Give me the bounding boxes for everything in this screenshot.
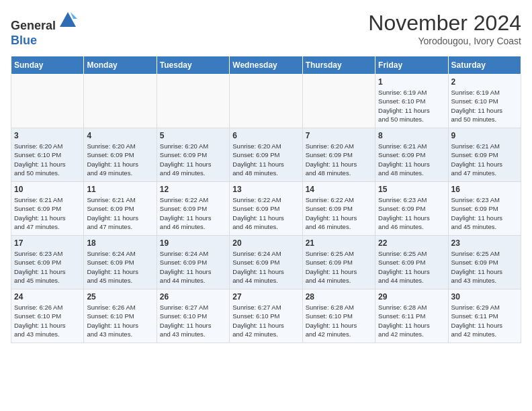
calendar-cell: 24Sunrise: 6:26 AM Sunset: 6:10 PM Dayli… <box>11 289 84 343</box>
logo-blue: Blue <box>11 34 37 47</box>
calendar-header-row: SundayMondayTuesdayWednesdayThursdayFrid… <box>11 56 521 75</box>
calendar-week-row: 1Sunrise: 6:19 AM Sunset: 6:10 PM Daylig… <box>11 75 521 128</box>
cell-info: Sunrise: 6:22 AM Sunset: 6:09 PM Dayligh… <box>160 195 226 231</box>
cell-info: Sunrise: 6:29 AM Sunset: 6:11 PM Dayligh… <box>451 303 518 338</box>
cell-info: Sunrise: 6:21 AM Sunset: 6:09 PM Dayligh… <box>14 195 81 231</box>
cell-info: Sunrise: 6:26 AM Sunset: 6:10 PM Dayligh… <box>87 303 153 338</box>
calendar-cell: 21Sunrise: 6:25 AM Sunset: 6:09 PM Dayli… <box>302 236 375 289</box>
day-number: 9 <box>451 131 518 140</box>
day-number: 10 <box>14 185 81 194</box>
logo-icon <box>58 11 77 30</box>
calendar-cell: 18Sunrise: 6:24 AM Sunset: 6:09 PM Dayli… <box>84 236 157 289</box>
day-number: 13 <box>232 185 299 194</box>
day-number: 25 <box>87 292 153 302</box>
page-header: General Blue November 2024 Yorodougou, I… <box>11 11 521 48</box>
logo-general: General <box>11 19 56 32</box>
cell-info: Sunrise: 6:20 AM Sunset: 6:10 PM Dayligh… <box>14 142 81 177</box>
day-number: 8 <box>378 131 445 140</box>
cell-info: Sunrise: 6:21 AM Sunset: 6:09 PM Dayligh… <box>87 195 153 231</box>
cell-info: Sunrise: 6:21 AM Sunset: 6:09 PM Dayligh… <box>451 142 518 177</box>
cell-info: Sunrise: 6:23 AM Sunset: 6:09 PM Dayligh… <box>14 249 81 285</box>
day-number: 30 <box>451 292 518 302</box>
cell-info: Sunrise: 6:23 AM Sunset: 6:09 PM Dayligh… <box>378 195 445 231</box>
location-subtitle: Yorodougou, Ivory Coast <box>368 36 521 46</box>
day-number: 3 <box>14 131 81 140</box>
calendar-cell: 17Sunrise: 6:23 AM Sunset: 6:09 PM Dayli… <box>11 236 84 289</box>
cell-info: Sunrise: 6:20 AM Sunset: 6:09 PM Dayligh… <box>87 142 153 177</box>
day-number: 28 <box>306 292 372 302</box>
day-number: 6 <box>232 131 299 140</box>
title-block: November 2024 Yorodougou, Ivory Coast <box>368 11 521 46</box>
cell-info: Sunrise: 6:28 AM Sunset: 6:10 PM Dayligh… <box>306 303 372 338</box>
day-number: 29 <box>378 292 445 302</box>
cell-info: Sunrise: 6:19 AM Sunset: 6:10 PM Dayligh… <box>451 88 518 124</box>
calendar-cell <box>230 75 302 128</box>
cell-info: Sunrise: 6:21 AM Sunset: 6:09 PM Dayligh… <box>378 142 445 177</box>
day-number: 20 <box>232 238 299 248</box>
cell-info: Sunrise: 6:23 AM Sunset: 6:09 PM Dayligh… <box>451 195 518 231</box>
day-number: 1 <box>378 77 445 87</box>
cell-info: Sunrise: 6:20 AM Sunset: 6:09 PM Dayligh… <box>306 142 372 177</box>
svg-marker-1 <box>71 12 77 19</box>
calendar-cell <box>11 75 84 128</box>
cell-info: Sunrise: 6:22 AM Sunset: 6:09 PM Dayligh… <box>232 195 299 231</box>
cell-info: Sunrise: 6:27 AM Sunset: 6:10 PM Dayligh… <box>232 303 299 338</box>
day-number: 16 <box>451 185 518 194</box>
svg-marker-0 <box>60 12 76 27</box>
cell-info: Sunrise: 6:19 AM Sunset: 6:10 PM Dayligh… <box>378 88 445 124</box>
calendar-cell: 2Sunrise: 6:19 AM Sunset: 6:10 PM Daylig… <box>448 75 521 128</box>
calendar-cell: 3Sunrise: 6:20 AM Sunset: 6:10 PM Daylig… <box>11 128 84 182</box>
calendar-cell: 23Sunrise: 6:25 AM Sunset: 6:09 PM Dayli… <box>448 236 521 289</box>
weekday-header-monday: Monday <box>84 56 157 75</box>
weekday-header-thursday: Thursday <box>302 56 375 75</box>
day-number: 23 <box>451 238 518 248</box>
cell-info: Sunrise: 6:28 AM Sunset: 6:11 PM Dayligh… <box>378 303 445 338</box>
day-number: 7 <box>306 131 372 140</box>
day-number: 24 <box>14 292 81 302</box>
day-number: 2 <box>451 77 518 87</box>
day-number: 11 <box>87 185 153 194</box>
day-number: 4 <box>87 131 153 140</box>
cell-info: Sunrise: 6:24 AM Sunset: 6:09 PM Dayligh… <box>87 249 153 285</box>
day-number: 14 <box>306 185 372 194</box>
calendar-week-row: 17Sunrise: 6:23 AM Sunset: 6:09 PM Dayli… <box>11 236 521 289</box>
calendar-cell: 25Sunrise: 6:26 AM Sunset: 6:10 PM Dayli… <box>84 289 157 343</box>
cell-info: Sunrise: 6:20 AM Sunset: 6:09 PM Dayligh… <box>160 142 226 177</box>
calendar-cell: 7Sunrise: 6:20 AM Sunset: 6:09 PM Daylig… <box>302 128 375 182</box>
calendar-cell: 9Sunrise: 6:21 AM Sunset: 6:09 PM Daylig… <box>448 128 521 182</box>
calendar-cell: 22Sunrise: 6:25 AM Sunset: 6:09 PM Dayli… <box>375 236 448 289</box>
weekday-header-tuesday: Tuesday <box>157 56 229 75</box>
calendar-cell: 30Sunrise: 6:29 AM Sunset: 6:11 PM Dayli… <box>448 289 521 343</box>
cell-info: Sunrise: 6:24 AM Sunset: 6:09 PM Dayligh… <box>160 249 226 285</box>
day-number: 15 <box>378 185 445 194</box>
calendar-cell: 1Sunrise: 6:19 AM Sunset: 6:10 PM Daylig… <box>375 75 448 128</box>
cell-info: Sunrise: 6:20 AM Sunset: 6:09 PM Dayligh… <box>232 142 299 177</box>
calendar-week-row: 10Sunrise: 6:21 AM Sunset: 6:09 PM Dayli… <box>11 182 521 236</box>
calendar-cell: 11Sunrise: 6:21 AM Sunset: 6:09 PM Dayli… <box>84 182 157 236</box>
calendar-cell: 16Sunrise: 6:23 AM Sunset: 6:09 PM Dayli… <box>448 182 521 236</box>
day-number: 26 <box>160 292 226 302</box>
calendar-week-row: 3Sunrise: 6:20 AM Sunset: 6:10 PM Daylig… <box>11 128 521 182</box>
cell-info: Sunrise: 6:26 AM Sunset: 6:10 PM Dayligh… <box>14 303 81 338</box>
day-number: 21 <box>306 238 372 248</box>
day-number: 18 <box>87 238 153 248</box>
calendar-cell: 28Sunrise: 6:28 AM Sunset: 6:10 PM Dayli… <box>302 289 375 343</box>
calendar-cell <box>157 75 229 128</box>
calendar-cell <box>84 75 157 128</box>
calendar-cell: 27Sunrise: 6:27 AM Sunset: 6:10 PM Dayli… <box>230 289 302 343</box>
logo: General Blue <box>11 11 77 48</box>
cell-info: Sunrise: 6:24 AM Sunset: 6:09 PM Dayligh… <box>232 249 299 285</box>
month-title: November 2024 <box>368 11 521 36</box>
calendar-cell: 13Sunrise: 6:22 AM Sunset: 6:09 PM Dayli… <box>230 182 302 236</box>
calendar-table: SundayMondayTuesdayWednesdayThursdayFrid… <box>11 56 521 343</box>
cell-info: Sunrise: 6:22 AM Sunset: 6:09 PM Dayligh… <box>306 195 372 231</box>
calendar-week-row: 24Sunrise: 6:26 AM Sunset: 6:10 PM Dayli… <box>11 289 521 343</box>
calendar-cell: 10Sunrise: 6:21 AM Sunset: 6:09 PM Dayli… <box>11 182 84 236</box>
weekday-header-sunday: Sunday <box>11 56 84 75</box>
weekday-header-saturday: Saturday <box>448 56 521 75</box>
calendar-cell <box>302 75 375 128</box>
day-number: 12 <box>160 185 226 194</box>
calendar-cell: 29Sunrise: 6:28 AM Sunset: 6:11 PM Dayli… <box>375 289 448 343</box>
cell-info: Sunrise: 6:25 AM Sunset: 6:09 PM Dayligh… <box>451 249 518 285</box>
calendar-cell: 6Sunrise: 6:20 AM Sunset: 6:09 PM Daylig… <box>230 128 302 182</box>
